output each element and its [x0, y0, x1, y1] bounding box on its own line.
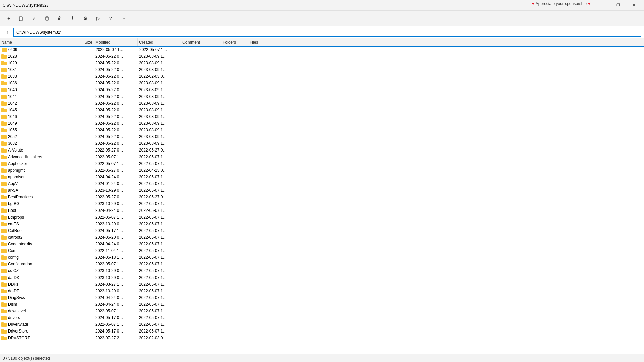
table-row[interactable]: 20522024-05-22 0…2023-08-09 1…	[0, 133, 644, 140]
table-row[interactable]: DriverStore2024-05-17 0…2022-05-07 1…	[0, 328, 644, 335]
table-row[interactable]: BestPractices2022-05-27 0…2022-05-27 0…	[0, 194, 644, 200]
table-row[interactable]: CodeIntegrity2024-04-24 0…2022-05-07 1…	[0, 241, 644, 247]
col-header-folders[interactable]: Folders	[221, 38, 248, 46]
table-row[interactable]: Configuration2022-05-07 1…2022-05-07 1…	[0, 261, 644, 267]
table-row[interactable]: AppV2024-01-24 0…2022-05-07 1…	[0, 180, 644, 187]
table-row[interactable]: Bthprops2022-05-07 1…2022-05-07 1…	[0, 214, 644, 221]
file-size-cell	[67, 267, 94, 274]
run-button[interactable]: ▷	[92, 12, 104, 24]
table-row[interactable]: 04092022-05-07 1…2022-05-07 1…	[0, 46, 644, 53]
file-created-cell: 2023-08-09 1…	[138, 60, 181, 66]
file-name-cell: 3082	[0, 140, 67, 147]
clipboard-button[interactable]	[41, 12, 53, 24]
file-folders-cell	[221, 113, 248, 120]
table-row[interactable]: Dism2024-04-24 0…2022-05-07 1…	[0, 301, 644, 308]
file-comment-cell	[181, 73, 221, 80]
file-name-cell: 1049	[0, 120, 67, 127]
table-row[interactable]: 10452024-05-22 0…2023-08-09 1…	[0, 107, 644, 113]
table-row[interactable]: da-DK2023-10-29 0…2022-05-07 1…	[0, 274, 644, 281]
table-row[interactable]: 10402024-05-22 0…2023-08-09 1…	[0, 86, 644, 93]
table-row[interactable]: 10462024-05-22 0…2023-08-09 1…	[0, 113, 644, 120]
file-modified-cell: 2024-05-22 0…	[94, 86, 138, 93]
file-comment-cell	[181, 147, 221, 154]
table-row[interactable]: ca-ES2023-10-29 0…2022-05-07 1…	[0, 221, 644, 227]
table-row[interactable]: AdvancedInstallers2022-05-07 1…2022-05-0…	[0, 154, 644, 160]
file-modified-cell: 2022-05-07 1…	[94, 160, 138, 167]
file-name-cell: DriverState	[0, 321, 67, 328]
col-header-comment[interactable]: Comment	[181, 38, 221, 46]
file-folders-cell	[221, 308, 248, 314]
table-row[interactable]: cs-CZ2023-10-29 0…2022-05-07 1…	[0, 267, 644, 274]
table-row[interactable]: 10492024-05-22 0…2023-08-09 1…	[0, 120, 644, 127]
file-modified-cell: 2024-05-22 0…	[94, 53, 138, 60]
col-header-modified[interactable]: Modified	[94, 38, 138, 46]
table-row[interactable]: 10412024-05-22 0…2023-08-09 1…	[0, 93, 644, 100]
file-folders-cell	[221, 93, 248, 100]
info-button[interactable]: i	[66, 12, 78, 24]
file-list-container: 04092022-05-07 1…2022-05-07 1…10282024-0…	[0, 46, 644, 354]
close-button[interactable]: ✕	[626, 0, 641, 11]
file-size-cell	[67, 194, 94, 200]
file-created-cell: 2023-08-09 1…	[138, 86, 181, 93]
table-row[interactable]: CatRoot2024-05-17 1…2022-05-07 1…	[0, 227, 644, 234]
file-folders-cell	[221, 120, 248, 127]
table-row[interactable]: bg-BG2023-10-29 0…2022-05-07 1…	[0, 200, 644, 207]
table-row[interactable]: A-Volute2022-05-27 0…2022-05-27 0…	[0, 147, 644, 154]
table-row[interactable]: DriverState2022-05-07 1…2022-05-07 1…	[0, 321, 644, 328]
table-row[interactable]: downlevel2022-05-07 1…2022-05-07 1…	[0, 308, 644, 314]
col-header-created[interactable]: Created	[138, 38, 181, 46]
file-name: Com	[8, 248, 16, 253]
table-row[interactable]: appmgmt2022-05-27 0…2022-04-23 0…	[0, 167, 644, 174]
file-files-cell	[248, 180, 275, 187]
address-input[interactable]	[13, 28, 641, 37]
table-row[interactable]: DiagSvcs2024-04-24 0…2022-05-07 1…	[0, 294, 644, 301]
folder-icon	[1, 296, 7, 300]
table-row[interactable]: 10552024-05-22 0…2023-08-09 1…	[0, 127, 644, 133]
col-header-name[interactable]: Name	[0, 38, 67, 46]
folder-icon	[1, 95, 7, 99]
new-button[interactable]: +	[3, 12, 15, 24]
file-comment-cell	[181, 301, 221, 308]
file-name: 1031	[8, 67, 17, 72]
table-row[interactable]: config2024-05-18 1…2022-05-07 1…	[0, 254, 644, 261]
col-header-files[interactable]: Files	[248, 38, 275, 46]
table-row[interactable]: 30822024-05-22 0…2023-08-09 1…	[0, 140, 644, 147]
file-created-cell: 2022-05-27 0…	[138, 194, 181, 200]
table-row[interactable]: DRVSTORE2022-07-27 2…2022-02-03 0…	[0, 335, 644, 341]
table-row[interactable]: 10362024-05-22 0…2023-08-09 1…	[0, 80, 644, 86]
table-row[interactable]: 10312024-05-22 0…2023-08-09 1…	[0, 66, 644, 73]
file-name: AdvancedInstallers	[8, 155, 42, 159]
more-button[interactable]: ···	[117, 12, 129, 24]
table-row[interactable]: 10282024-05-22 0…2023-08-09 1…	[0, 53, 644, 60]
table-row[interactable]: AppLocker2022-05-07 1…2022-05-07 1…	[0, 160, 644, 167]
file-size-cell	[67, 247, 94, 254]
folder-icon	[1, 329, 7, 334]
file-size-cell	[67, 127, 94, 133]
check-button[interactable]: ✓	[28, 12, 40, 24]
table-row[interactable]: 10332024-05-22 0…2022-02-03 0…	[0, 73, 644, 80]
table-row[interactable]: DDFs2024-03-27 1…2022-05-07 1…	[0, 281, 644, 288]
table-row[interactable]: ar-SA2023-10-29 0…2022-05-07 1…	[0, 187, 644, 194]
file-created-cell: 2022-05-07 1…	[138, 200, 181, 207]
table-row[interactable]: appraiser2024-04-24 0…2022-05-07 1…	[0, 174, 644, 180]
table-row[interactable]: catroot22024-05-20 0…2022-05-07 1…	[0, 234, 644, 241]
help-button[interactable]: ?	[105, 12, 117, 24]
table-row[interactable]: 10422024-05-22 0…2023-08-09 1…	[0, 100, 644, 107]
up-button[interactable]: ↑	[3, 27, 12, 37]
minimize-button[interactable]: –	[595, 0, 610, 11]
restore-button[interactable]: ❐	[610, 0, 626, 11]
table-row[interactable]: Boot2024-04-24 0…2022-05-07 1…	[0, 207, 644, 214]
settings-button[interactable]: ⚙	[79, 12, 91, 24]
table-row[interactable]: drivers2024-05-17 0…2022-05-07 1…	[0, 314, 644, 321]
copy-path-button[interactable]	[15, 12, 28, 24]
table-row[interactable]: de-DE2023-10-29 0…2022-05-07 1…	[0, 288, 644, 294]
file-created-cell: 2022-05-27 0…	[138, 147, 181, 154]
folder-icon	[1, 68, 7, 72]
file-comment-cell	[181, 321, 221, 328]
delete-button[interactable]: 🗑	[54, 12, 66, 24]
file-comment-cell	[181, 294, 221, 301]
col-header-size[interactable]: Size	[67, 38, 94, 46]
table-row[interactable]: Com2022-11-04 1…2022-05-07 1…	[0, 247, 644, 254]
table-row[interactable]: 10292024-05-22 0…2023-08-09 1…	[0, 60, 644, 66]
file-created-cell: 2022-05-07 1…	[138, 187, 181, 194]
